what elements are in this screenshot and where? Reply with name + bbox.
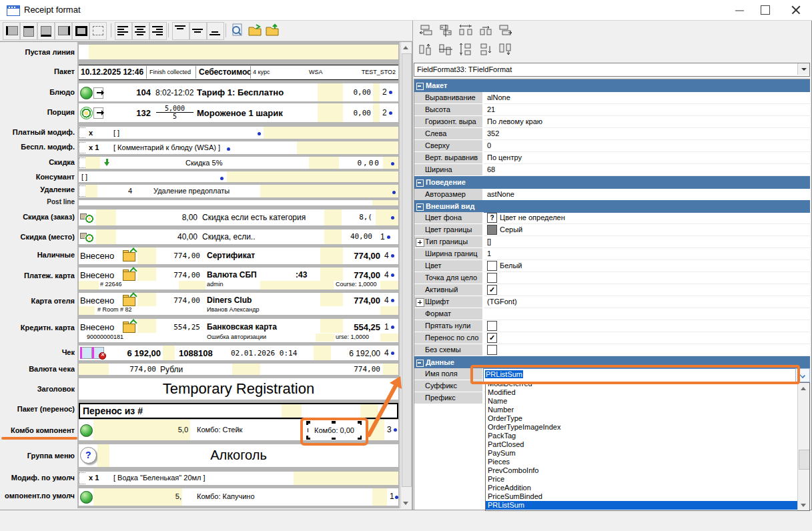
row-packet-transfer[interactable]: Перенос из #	[79, 403, 398, 419]
dropdown-item[interactable]: PriceSumBinded	[486, 492, 798, 501]
scroll-up-button[interactable]	[798, 383, 809, 394]
color-swatch-undefined[interactable]: ?	[487, 213, 497, 223]
row-check-currency[interactable]: 774,00 Рубли 774,00	[79, 364, 398, 375]
row-discount-place[interactable]: 40,00 Скидка, если.. 40,00 1	[79, 229, 398, 244]
row-portion[interactable]: 132 5,0005 Мороженое 1 шарик 0,00 2	[79, 103, 398, 122]
hotel-card-name: Diners Club	[207, 296, 252, 305]
color-swatch-gray[interactable]	[487, 225, 497, 235]
dropdown-item[interactable]: Price	[486, 475, 798, 484]
expand-icon[interactable]	[416, 298, 424, 307]
dropdown-item[interactable]: Name	[486, 397, 798, 406]
valign-center-button[interactable]	[189, 22, 207, 40]
row-discount[interactable]: Скидка 5% 0,00	[79, 157, 398, 169]
space-equally-horizontal-button[interactable]	[457, 23, 474, 39]
row-default-component[interactable]: 5, Комбо: Капучино 1	[79, 488, 398, 506]
field-name-dropdown-list[interactable]: ModiDeferred Modified Name Number OrderT…	[485, 382, 810, 511]
scrollbar-thumb[interactable]	[402, 53, 412, 487]
border-all-button[interactable]	[72, 22, 89, 40]
section-header-behavior[interactable]: Поведение	[414, 176, 810, 189]
field-name-editor[interactable]: PRListSum	[483, 368, 797, 382]
row-default-modifier[interactable]: x 1 [ Водка "Беленькая" 20мл ]	[79, 472, 398, 485]
collapse-icon[interactable]	[416, 83, 424, 90]
border-none-button[interactable]	[89, 22, 107, 40]
dropdown-item[interactable]: PackTag	[486, 432, 798, 440]
row-credit-card[interactable]: Внесено 554,25 Банковская карта 554,25 1…	[79, 319, 398, 342]
color-swatch-white[interactable]	[487, 261, 497, 271]
dropdown-item[interactable]: Pieces	[486, 458, 798, 466]
checkbox-hide-zeros[interactable]	[487, 321, 497, 331]
row-dish[interactable]: 104 8:02-12:02 Тариф 1: Бесплатно 0,00 2	[79, 83, 398, 101]
align-top-edges-button[interactable]	[417, 41, 434, 57]
row-consumer[interactable]: [ ]	[79, 171, 398, 182]
row-cash[interactable]: Внесено 774,00 Сертификат 774,00 4	[79, 247, 398, 264]
designer-scrollbar[interactable]	[400, 42, 411, 508]
row-blank-line[interactable]	[79, 45, 398, 59]
align-horizontal-centers-button[interactable]	[437, 23, 454, 39]
minimize-button[interactable]	[729, 0, 751, 20]
scroll-up-button[interactable]	[401, 42, 411, 53]
dropdown-item[interactable]: Number	[486, 406, 798, 414]
row-packet[interactable]: 10.12.2025 12:46 Finish collected Себест…	[79, 65, 398, 80]
valign-bottom-button[interactable]	[207, 22, 224, 40]
center-horizontally-button[interactable]	[477, 23, 494, 39]
border-bottom-button[interactable]	[37, 22, 55, 40]
row-removal[interactable]: 4 Удаление предоплаты	[79, 185, 398, 197]
field-name-dropdown-button[interactable]	[795, 368, 810, 382]
object-selector-combo[interactable]: FieldFormat33: TFieldFormat	[414, 63, 810, 77]
align-left-button[interactable]	[115, 22, 132, 40]
dropdown-item[interactable]: OrderTypeImageIndex	[486, 423, 798, 432]
collapse-icon[interactable]	[416, 203, 424, 211]
close-button[interactable]	[785, 0, 807, 20]
row-pay-card[interactable]: Внесено 774,00 Валюта СБП :43 774,00 4 #…	[79, 268, 398, 290]
checkbox-active[interactable]: ✓	[487, 285, 497, 295]
dropdown-item[interactable]: PaySum	[486, 449, 798, 458]
collapse-icon[interactable]	[416, 179, 424, 187]
align-right-edges-button[interactable]	[497, 23, 514, 39]
row-hotel-card[interactable]: Внесено 774,00 Diners Club 774,00 4 # Ro…	[79, 293, 398, 315]
scrollbar-thumb[interactable]	[799, 450, 810, 470]
section-header-data[interactable]: Данные	[414, 356, 810, 369]
checkbox-no-scheme[interactable]	[487, 345, 497, 355]
selected-field-combo-sum[interactable]: Комбо: 0,00	[308, 424, 360, 438]
load-format-button[interactable]	[247, 22, 263, 39]
space-equally-vertical-button[interactable]	[457, 41, 474, 57]
border-left-button[interactable]	[3, 22, 20, 40]
align-vertical-centers-button[interactable]	[437, 41, 454, 57]
collapse-icon[interactable]	[416, 360, 424, 367]
checkbox-word-wrap[interactable]: ✓	[487, 333, 497, 343]
row-free-modifier[interactable]: x 1 [ Комментарий к блюду (WSA) ]	[79, 141, 398, 154]
section-header-appearance[interactable]: Внешний вид	[414, 200, 810, 213]
center-vertically-button[interactable]	[477, 41, 494, 57]
checkbox-dot-for-integer[interactable]	[487, 273, 497, 283]
save-format-button[interactable]	[264, 22, 280, 39]
row-header-title[interactable]: Temporary Registration	[79, 378, 398, 400]
dropdown-item[interactable]: ModiDeferred	[486, 382, 798, 388]
dropdown-item[interactable]: PriceAddition	[486, 484, 798, 492]
scroll-down-button[interactable]	[798, 500, 809, 510]
align-bottom-edges-button[interactable]	[497, 41, 514, 57]
panel-splitter[interactable]	[412, 21, 413, 510]
section-header-layout[interactable]: Макет	[414, 79, 810, 92]
expand-icon[interactable]	[416, 238, 424, 247]
row-menu-group[interactable]: Алкоголь	[79, 444, 398, 467]
align-right-button[interactable]	[149, 22, 167, 40]
combo-dropdown-button[interactable]	[797, 63, 809, 75]
row-check[interactable]: 6 192,00 1088108 02.01.2026 0:14 6 192,0…	[79, 346, 398, 360]
row-post-line[interactable]	[79, 200, 398, 205]
dropdown-item[interactable]: OrderType	[486, 414, 798, 423]
dropdown-item[interactable]: PartClosed	[486, 440, 798, 449]
valign-top-button[interactable]	[172, 22, 189, 40]
dropdown-item-selected[interactable]: PRListSum	[486, 501, 798, 510]
dropdown-item[interactable]: PrevComboInfo	[486, 466, 798, 475]
maximize-button[interactable]	[754, 0, 777, 20]
row-paid-modifier[interactable]: x [ ]	[79, 127, 398, 139]
border-top-button[interactable]	[20, 22, 37, 40]
scroll-down-button[interactable]	[401, 498, 411, 508]
preview-button[interactable]	[230, 22, 246, 39]
row-discount-order[interactable]: 8,00 Скидка если есть категория 8,(	[79, 209, 398, 225]
align-center-button[interactable]	[132, 22, 149, 40]
align-left-edges-button[interactable]	[417, 23, 434, 39]
border-right-button[interactable]	[55, 22, 72, 40]
dropdown-scrollbar[interactable]	[797, 383, 809, 510]
dropdown-item[interactable]: Modified	[486, 388, 798, 397]
